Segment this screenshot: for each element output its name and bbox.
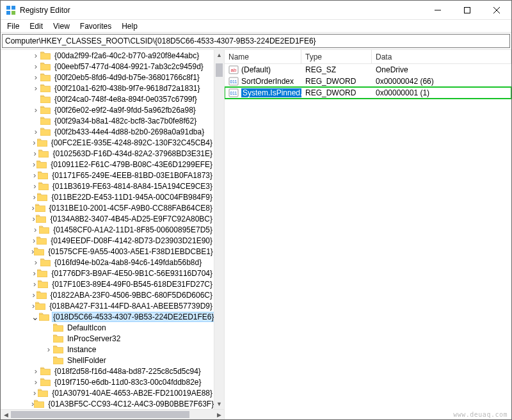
column-header-name[interactable]: Name — [225, 50, 301, 63]
scroll-right-arrow-icon[interactable]: ▶ — [214, 410, 224, 419]
chevron-right-icon[interactable]: › — [31, 257, 40, 267]
menu-help[interactable]: Help — [116, 20, 143, 32]
scroll-track[interactable] — [11, 410, 214, 419]
tree-vertical-scrollbar[interactable]: ▲ ▼ — [214, 50, 224, 409]
tree-item[interactable]: ›{01458CF0-A1A2-11D1-8F85-00600895E7D5} — [1, 224, 214, 235]
chevron-right-icon[interactable]: › — [31, 61, 40, 71]
tree-item[interactable]: ›{00f26e02-e9f2-4a9f-9fdd-5a962fb26a98} — [1, 104, 214, 115]
tree-item[interactable]: ›{010911E2-F61C-479B-B08C-43E6D1299EFE} — [1, 159, 214, 170]
tree-item[interactable]: ›{00f210a1-62f0-438b-9f7e-9618d72a1831} — [1, 83, 214, 93]
tree-item[interactable]: InProcServer32 — [1, 333, 214, 344]
menu-view[interactable]: View — [48, 20, 75, 32]
folder-icon — [40, 62, 51, 71]
tree-item[interactable]: ShellFolder — [1, 355, 214, 366]
value-row[interactable]: 011SortOrderIndexREG_DWORD0x00000042 (66… — [225, 76, 511, 87]
folder-icon — [40, 95, 51, 104]
column-header-data[interactable]: Data — [372, 50, 511, 63]
tree-item[interactable]: ›{016fd94e-b02a-4ab8-94c6-149fdab56b8d} — [1, 257, 214, 268]
chevron-right-icon[interactable]: › — [31, 105, 40, 115]
folder-icon — [53, 323, 63, 332]
tree-horizontal-scrollbar[interactable]: ◀ ▶ — [1, 409, 224, 419]
close-button[interactable] — [482, 1, 511, 20]
tree-item[interactable]: ›{00FC2E1E-935E-4248-892C-130F32C45CB4} — [1, 137, 214, 148]
tree-item[interactable]: ⌄{018D5C66-4533-4307-9B53-224DE2ED1FE6} — [1, 311, 214, 322]
tree-item[interactable]: ›{01575CFE-9A55-4003-A5E1-F38D1EBDCBE1} — [1, 246, 214, 257]
menu-favorites[interactable]: Favorites — [75, 20, 116, 32]
chevron-right-icon[interactable]: › — [31, 290, 36, 300]
values-header: Name Type Data — [225, 50, 511, 64]
chevron-right-icon[interactable]: › — [31, 279, 38, 289]
tree-item[interactable]: ›{01A30791-40AE-4653-AB2E-FD210019AE88} — [1, 387, 214, 398]
chevron-right-icon[interactable]: › — [31, 51, 40, 60]
column-header-type[interactable]: Type — [301, 50, 372, 63]
chevron-right-icon[interactable]: › — [31, 236, 36, 245]
chevron-right-icon[interactable]: › — [31, 214, 36, 223]
tree-item[interactable]: ›{00eebf57-477d-4084-9921-7ab3c2c9459d} — [1, 61, 214, 72]
chevron-right-icon[interactable]: › — [31, 377, 40, 387]
key-tree[interactable]: ›{00da2f99-f2a6-40c2-b770-a920f8e44abc}›… — [1, 50, 214, 409]
value-data: 0x00000042 (66) — [372, 77, 511, 86]
scroll-up-arrow-icon[interactable]: ▲ — [214, 50, 224, 60]
chevron-right-icon[interactable]: › — [31, 72, 40, 82]
chevron-right-icon[interactable]: › — [31, 268, 37, 278]
value-data: OneDrive — [372, 65, 511, 74]
tree-item[interactable]: ›{0134A8B2-3407-4B45-AD25-E9F7C92A80BC} — [1, 213, 214, 224]
value-name: System.IsPinned... — [241, 88, 301, 97]
scroll-thumb[interactable] — [11, 411, 189, 418]
tree-item[interactable]: DefaultIcon — [1, 322, 214, 333]
values-list[interactable]: ab(Default)REG_SZOneDrive011SortOrderInd… — [225, 64, 511, 419]
folder-icon — [34, 400, 44, 408]
chevron-right-icon[interactable]: › — [31, 181, 38, 191]
tree-item[interactable]: ›{019f7150-e6db-11d0-83c3-00c04fddb82e} — [1, 376, 214, 387]
chevron-right-icon[interactable]: › — [31, 366, 40, 376]
tree-item[interactable]: {00f24ca0-748f-4e8a-894f-0e0357c6799f} — [1, 93, 214, 104]
tree-item[interactable]: ›{00f20eb5-8fd6-4d9d-b75e-36801766c8f1} — [1, 72, 214, 83]
chevron-right-icon[interactable]: › — [31, 149, 38, 158]
chevron-down-icon[interactable]: ⌄ — [31, 312, 39, 322]
scroll-down-arrow-icon[interactable]: ▼ — [214, 399, 224, 409]
tree-item-label: {01822ABA-23F0-4506-9BBC-680F5D6D606C} — [49, 291, 214, 300]
tree-item[interactable]: ›{0131BE10-2001-4C5F-A9B0-CC88FAB64CE8} — [1, 202, 214, 213]
tree-item[interactable]: ›{0149EEDF-D08F-4142-8D73-D23903D21E90} — [1, 235, 214, 246]
tree-item-label: {017F10E3-89E4-49F0-B545-618DE31FD27C} — [51, 280, 214, 289]
tree-item[interactable]: ›{011B3619-FE63-4814-8A84-15A194CE9CE3} — [1, 181, 214, 191]
chevron-right-icon[interactable]: › — [44, 344, 53, 354]
tree-item-label: {01A30791-40AE-4653-AB2E-FD210019AE88} — [51, 389, 214, 398]
folder-icon — [38, 171, 48, 180]
svg-text:011: 011 — [230, 91, 237, 95]
svg-text:ab: ab — [231, 67, 237, 73]
tree-item[interactable]: ›{01171F65-249E-4EEB-81BD-03E1B0FA1873} — [1, 170, 214, 181]
tree-item[interactable]: ›{01776DF3-B9AF-4E50-9B1C-56E93116D704} — [1, 268, 214, 279]
chevron-right-icon[interactable]: › — [31, 192, 37, 202]
tree-item[interactable]: {00f29a34-b8a1-482c-bcf8-3ac7b0fe8f62} — [1, 115, 214, 126]
chevron-right-icon[interactable]: › — [31, 159, 36, 169]
maximize-button[interactable] — [452, 1, 482, 20]
chevron-right-icon[interactable]: › — [31, 83, 40, 93]
tree-item[interactable]: ›{018f2d58-f16d-448a-bd87-225c8c5d5c94} — [1, 366, 214, 376]
scroll-left-arrow-icon[interactable]: ◀ — [1, 410, 11, 419]
svg-rect-3 — [12, 11, 15, 15]
tree-item[interactable]: ›{0102563D-F16D-434d-82A2-37968BD3E31E} — [1, 148, 214, 159]
address-bar[interactable]: Computer\HKEY_CLASSES_ROOT\CLSID\{018D5C… — [2, 34, 510, 48]
chevron-right-icon[interactable]: › — [31, 225, 39, 234]
tree-item[interactable]: ›{00f2b433-44e4-4d88-b2b0-2698a0a91dba} — [1, 126, 214, 137]
tree-item[interactable]: ›{00da2f99-f2a6-40c2-b770-a920f8e44abc} — [1, 50, 214, 61]
scroll-track[interactable] — [214, 60, 224, 399]
value-row[interactable]: 011System.IsPinned...REG_DWORD0x00000001… — [225, 87, 511, 99]
tree-item[interactable]: ›{011BE22D-E453-11D1-945A-00C04FB984F9} — [1, 191, 214, 202]
registry-editor-window: Registry Editor FileEditViewFavoritesHel… — [0, 0, 512, 420]
chevron-right-icon[interactable]: › — [31, 170, 38, 180]
tree-item[interactable]: ›{01A3BF5C-CC93-4C12-A4C3-09B0BBE7F63F} — [1, 398, 214, 409]
tree-item[interactable]: ›{018BA427-F311-44FD-8AA1-ABEEB57739D9} — [1, 300, 214, 311]
menu-file[interactable]: File — [2, 20, 24, 32]
tree-item[interactable]: ›{01822ABA-23F0-4506-9BBC-680F5D6D606C} — [1, 289, 214, 300]
tree-item[interactable]: ›Instance — [1, 344, 214, 355]
chevron-right-icon[interactable]: › — [31, 388, 38, 398]
chevron-right-icon[interactable]: › — [31, 127, 40, 136]
chevron-right-icon[interactable]: › — [31, 138, 37, 147]
scroll-thumb[interactable] — [216, 63, 223, 77]
minimize-button[interactable] — [423, 1, 452, 20]
value-row[interactable]: ab(Default)REG_SZOneDrive — [225, 64, 511, 76]
tree-item[interactable]: ›{017F10E3-89E4-49F0-B545-618DE31FD27C} — [1, 279, 214, 289]
menu-edit[interactable]: Edit — [24, 20, 48, 32]
